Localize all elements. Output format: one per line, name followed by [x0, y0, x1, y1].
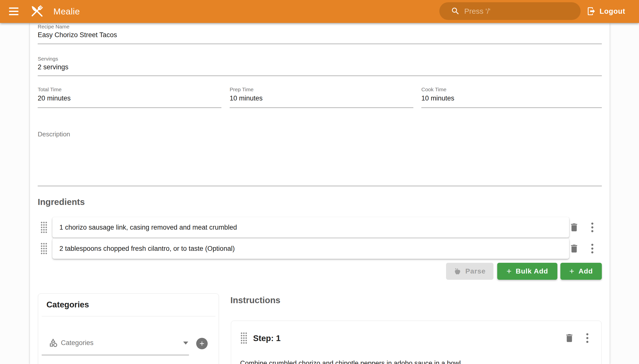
ingredients-heading: Ingredients: [38, 197, 85, 207]
delete-ingredient-icon[interactable]: [569, 243, 579, 254]
ingredient-text: 1 chorizo sausage link, casing removed a…: [59, 224, 237, 231]
shapes-icon: [49, 338, 58, 348]
app-bar: Mealie Logout: [0, 0, 639, 23]
description-label: Description: [38, 130, 70, 138]
search-box[interactable]: [439, 2, 581, 20]
recipe-name-underline: [38, 44, 602, 44]
step-menu-kebab-icon[interactable]: [586, 333, 589, 343]
cook-time-input[interactable]: 10 minutes: [421, 94, 454, 102]
apple-icon: [454, 268, 461, 275]
delete-ingredient-icon[interactable]: [569, 222, 579, 232]
divider: [42, 316, 216, 316]
logout-label: Logout: [599, 7, 625, 16]
step-text-input[interactable]: Combine crumbled chorizo and chipotle pe…: [240, 358, 590, 364]
servings-label: Servings: [38, 56, 58, 62]
logout-icon: [587, 6, 596, 16]
add-label: Add: [579, 267, 593, 275]
instruction-step-card: Step: 1 Combine crumbled chorizo and chi…: [231, 320, 601, 364]
categories-card: Categories Categories: [38, 294, 219, 364]
servings-underline: [38, 76, 602, 76]
add-ingredient-button[interactable]: + Add: [560, 263, 602, 280]
cook-time-label: Cook Time: [421, 86, 446, 92]
total-time-label: Total Time: [38, 86, 62, 92]
plus-icon: +: [569, 267, 575, 275]
bulk-add-label: Bulk Add: [516, 267, 548, 275]
mealie-logo-icon[interactable]: [29, 3, 46, 20]
parse-label: Parse: [465, 267, 486, 275]
categories-select[interactable]: Categories: [61, 339, 94, 347]
drag-handle-icon[interactable]: [41, 243, 47, 254]
plus-icon: +: [506, 267, 512, 275]
mealie-recipe-editor-screen: Mealie Logout Recipe Name Easy Chorizo S…: [0, 0, 639, 364]
chevron-down-icon[interactable]: [183, 342, 188, 344]
drag-handle-icon[interactable]: [240, 332, 247, 344]
hamburger-menu-icon[interactable]: [9, 6, 19, 16]
ingredient-input[interactable]: 1 chorizo sausage link, casing removed a…: [52, 217, 569, 238]
ingredient-text: 2 tablespoons chopped fresh cilantro, or…: [59, 245, 235, 252]
search-icon: [451, 6, 460, 16]
total-time-input[interactable]: 20 minutes: [38, 94, 71, 102]
create-category-button[interactable]: [196, 338, 208, 349]
categories-select-underline: [42, 355, 189, 355]
drag-handle-icon[interactable]: [41, 222, 47, 233]
bulk-add-button[interactable]: + Bulk Add: [497, 263, 557, 280]
step-title: Step: 1: [253, 334, 281, 343]
description-underline: [38, 186, 602, 186]
search-input[interactable]: [464, 2, 574, 20]
prep-time-input[interactable]: 10 minutes: [230, 94, 263, 102]
recipe-name-label: Recipe Name: [38, 24, 69, 30]
instructions-heading: Instructions: [230, 295, 280, 305]
cook-time-underline: [421, 108, 602, 108]
plus-icon: [198, 340, 205, 347]
parse-button[interactable]: Parse: [446, 263, 494, 280]
total-time-underline: [38, 108, 222, 108]
recipe-name-input[interactable]: Easy Chorizo Street Tacos: [38, 31, 117, 39]
ingredient-menu-kebab-icon[interactable]: [591, 243, 594, 254]
categories-card-title: Categories: [46, 300, 89, 310]
ingredient-menu-kebab-icon[interactable]: [591, 222, 594, 232]
prep-time-label: Prep Time: [230, 86, 254, 92]
logout-button[interactable]: Logout: [584, 4, 634, 20]
delete-step-icon[interactable]: [564, 333, 575, 343]
app-title: Mealie: [53, 6, 80, 16]
prep-time-underline: [230, 108, 413, 108]
servings-input[interactable]: 2 servings: [38, 63, 68, 71]
ingredient-input[interactable]: 2 tablespoons chopped fresh cilantro, or…: [52, 238, 569, 259]
